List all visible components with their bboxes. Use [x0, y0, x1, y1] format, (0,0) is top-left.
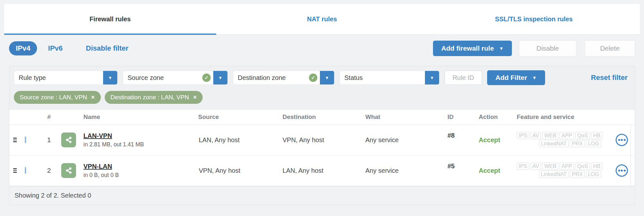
table-row: 1 LAN-VPN in 2.81 MB, out 1.41 MB LAN, A…: [9, 125, 635, 155]
add-firewall-rule-button[interactable]: Add firewall rule ▼: [433, 41, 512, 56]
feature-badge: HB: [591, 132, 602, 139]
feature-badge: PRX: [570, 140, 585, 147]
chevron-down-icon: ▼: [532, 75, 537, 80]
tab-ssl-tls-inspection-rules[interactable]: SSL/TLS inspection rules: [428, 4, 640, 34]
rule-action: Accept: [474, 167, 515, 174]
feature-badges: IPSAVWEBAPPQoSHB LinkedNATPRXLOG: [515, 162, 609, 179]
feature-badge-line: IPSAVWEBAPPQoSHB: [515, 133, 602, 138]
chevron-down-icon[interactable]: ▼: [213, 71, 227, 85]
ipv6-toggle[interactable]: IPv6: [48, 44, 62, 53]
disable-filter-link[interactable]: Disable filter: [86, 44, 129, 53]
feature-badge: LinkedNAT: [539, 140, 569, 147]
rule-traffic: in 2.81 MB, out 1.41 MB: [83, 141, 144, 148]
add-filter-label: Add Filter: [495, 74, 527, 82]
feature-badge: WEB: [542, 162, 558, 170]
status-dropdown[interactable]: Status ▼: [340, 71, 439, 85]
feature-badge: QoS: [575, 162, 590, 170]
feature-badge: APP: [560, 132, 574, 139]
rule-source: VPN, Any host: [197, 167, 281, 174]
feature-badge-line: IPSAVWEBAPPQoSHB: [515, 163, 602, 169]
reset-filter-link[interactable]: Reset filter: [591, 74, 628, 82]
drag-handle-icon[interactable]: [13, 138, 21, 142]
ipv4-toggle[interactable]: IPv4: [9, 41, 37, 55]
feature-badge: IPS: [517, 162, 529, 170]
rule-id: #5: [446, 162, 474, 170]
tab-firewall-rules[interactable]: Firewall rules: [4, 4, 216, 34]
feature-badge: APP: [560, 162, 574, 170]
destination-zone-dropdown[interactable]: Destination zone ✓ ▼: [233, 71, 334, 85]
close-icon[interactable]: ✕: [193, 94, 197, 100]
rule-name-link[interactable]: VPN-LAN: [83, 163, 112, 170]
row-checkbox[interactable]: [25, 136, 26, 143]
drag-handle-icon[interactable]: [13, 168, 21, 173]
rule-what: Any service: [364, 136, 446, 144]
active-filter-chips: Source zone : LAN, VPN ✕ Destination zon…: [9, 89, 635, 109]
filter-chip-source-zone: Source zone : LAN, VPN ✕: [14, 91, 101, 104]
feature-badge: LinkedNAT: [539, 171, 569, 178]
feature-badge: QoS: [575, 132, 590, 139]
source-zone-dropdown[interactable]: Source zone ✓ ▼: [123, 71, 228, 85]
disable-button[interactable]: Disable: [519, 40, 576, 56]
chevron-down-icon: ▼: [499, 46, 504, 51]
table-footer-status: Showing 2 of 2. Selected 0: [9, 186, 635, 205]
rule-what: Any service: [364, 167, 446, 174]
toolbar: IPv4 IPv6 Disable filter Add firewall ru…: [9, 40, 635, 57]
table-body: 1 LAN-VPN in 2.81 MB, out 1.41 MB LAN, A…: [9, 125, 635, 186]
feature-badge: IPS: [517, 132, 529, 139]
rule-destination: LAN, Any host: [281, 167, 364, 174]
rule-traffic: in 0 B, out 0 B: [83, 172, 119, 178]
row-number: 2: [39, 167, 59, 174]
filter-row: Rule type ▼ Source zone ✓ ▼ Destination …: [9, 66, 635, 89]
chevron-down-icon[interactable]: ▼: [103, 71, 117, 85]
share-network-icon: [61, 133, 76, 147]
rule-id-input[interactable]: [445, 71, 482, 85]
share-network-icon: [61, 163, 76, 178]
rule-destination: VPN, Any host: [281, 136, 364, 144]
source-zone-dropdown-label: Source zone: [123, 74, 202, 82]
rule-type-dropdown-label: Rule type: [14, 74, 103, 82]
feature-badge: PRX: [570, 171, 585, 178]
header-id: ID: [446, 113, 474, 121]
chevron-down-icon[interactable]: ▼: [320, 71, 334, 85]
check-circle-icon: ✓: [309, 74, 317, 82]
rule-source: LAN, Any host: [197, 136, 281, 144]
feature-badge-line: LinkedNATPRXLOG: [515, 140, 601, 147]
row-menu-button[interactable]: [616, 164, 628, 177]
header-feature: Feature and service: [515, 113, 609, 121]
feature-badge: LOG: [586, 140, 601, 147]
header-name: Name: [59, 113, 197, 121]
rule-id: #8: [446, 132, 474, 139]
rule-action: Accept: [474, 136, 515, 144]
header-num: #: [39, 113, 59, 121]
filter-chip-label: Source zone : LAN, VPN: [20, 94, 87, 101]
table-row: 2 VPN-LAN in 0 B, out 0 B VPN, Any host …: [9, 155, 635, 186]
rule-type-dropdown[interactable]: Rule type ▼: [14, 71, 118, 85]
header-what: What: [364, 113, 446, 121]
tab-bar: Firewall rules NAT rules SSL/TLS inspect…: [4, 4, 640, 35]
row-number: 1: [39, 136, 59, 144]
add-firewall-rule-label: Add firewall rule: [441, 44, 494, 52]
row-checkbox[interactable]: [25, 167, 26, 174]
filter-chip-destination-zone: Destination zone : LAN, VPN ✕: [105, 91, 203, 104]
feature-badges: IPSAVWEBAPPQoSHB LinkedNATPRXLOG: [515, 132, 609, 148]
chevron-down-icon[interactable]: ▼: [425, 71, 439, 85]
feature-badge: LOG: [586, 171, 601, 178]
tab-nat-rules[interactable]: NAT rules: [216, 4, 428, 34]
delete-button[interactable]: Delete: [585, 40, 635, 56]
filter-chip-label: Destination zone : LAN, VPN: [111, 94, 189, 101]
add-filter-button[interactable]: Add Filter ▼: [487, 70, 545, 85]
row-menu-button[interactable]: [616, 134, 628, 146]
feature-badge: AV: [531, 162, 541, 170]
rules-panel: Rule type ▼ Source zone ✓ ▼ Destination …: [9, 66, 635, 205]
feature-badge: HB: [591, 162, 602, 170]
destination-zone-dropdown-label: Destination zone: [233, 74, 309, 82]
header-source: Source: [197, 113, 281, 121]
rule-name-link[interactable]: LAN-VPN: [83, 132, 112, 140]
close-icon[interactable]: ✕: [91, 94, 95, 100]
feature-badge-line: LinkedNATPRXLOG: [515, 171, 601, 178]
table-header: # Name Source Destination What ID Action…: [9, 109, 635, 125]
header-destination: Destination: [281, 113, 364, 121]
feature-badge: AV: [531, 132, 541, 139]
status-dropdown-label: Status: [340, 74, 425, 82]
header-action: Action: [474, 113, 515, 121]
